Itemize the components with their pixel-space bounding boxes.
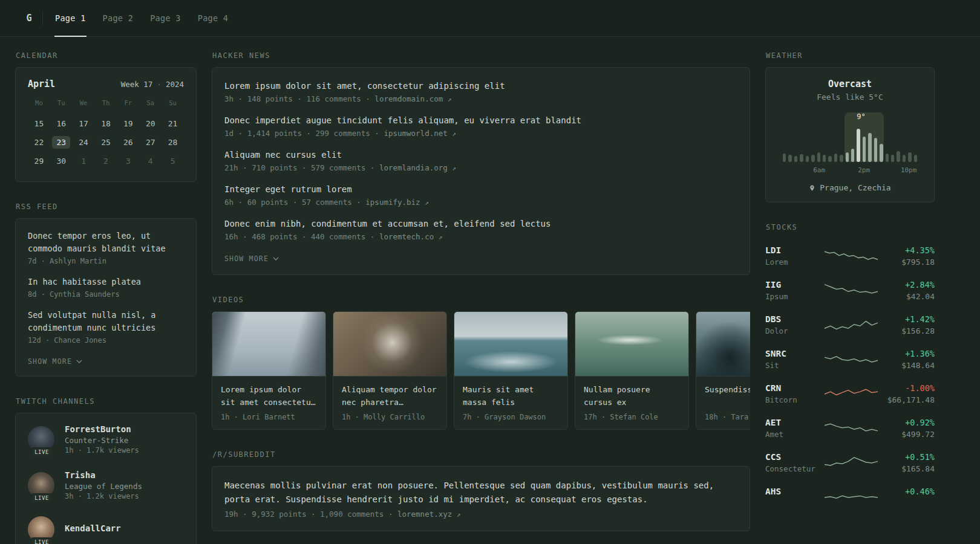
calendar-day: 25 (95, 133, 117, 152)
stock-change: +1.42% (879, 314, 935, 324)
channel-name[interactable]: ForrestBurton (65, 424, 139, 434)
weather-time-labels: 6am2pm10pm (783, 166, 917, 175)
video-card: Mauris sit amet massa felis 7h · Grayson… (454, 311, 568, 430)
stock-list: LDI Lorem +4.35% $795.18 IIG Ipsum (765, 239, 935, 514)
reddit-post-domain-link[interactable]: loremnet.xyz ↗ (397, 510, 460, 519)
channel-info: Trisha League of Legends 3h · 1.2k viewe… (65, 470, 142, 500)
stock-name: Consectetur (765, 464, 823, 473)
stock-row[interactable]: SNRC Sit +1.36% $148.64 (765, 342, 935, 377)
video-thumbnail[interactable] (575, 312, 688, 377)
video-thumbnail[interactable] (333, 312, 446, 377)
weather-bar (800, 154, 803, 162)
channel-name[interactable]: KendallCarr (65, 523, 121, 533)
hn-story-domain-link[interactable]: ipsumify.biz ↗ (365, 198, 428, 207)
rss-item-title[interactable]: Sed volutpat nulla nisl, a condimentum n… (28, 309, 184, 334)
stock-row[interactable]: AET Amet +0.92% $499.72 (765, 411, 935, 445)
channel-info: ForrestBurton Counter-Strike 1h · 1.7k v… (65, 424, 139, 455)
stock-id: DBS Dolor (765, 314, 823, 335)
calendar-day: 5 (162, 152, 184, 170)
video-meta: 18h · Tara (705, 413, 750, 421)
hn-story-domain-link[interactable]: loremtech.co ↗ (379, 232, 442, 241)
weather-bar (880, 144, 883, 162)
stock-sparkline (823, 351, 879, 369)
tab-page-1[interactable]: Page 1 (47, 0, 94, 36)
stock-sparkline (823, 247, 879, 265)
stock-values: +0.92% $499.72 (879, 418, 935, 439)
video-card: Suspendisse diam 18h · Tara (696, 311, 750, 430)
channel-name[interactable]: Trisha (65, 470, 142, 480)
video-title[interactable]: Lorem ipsum dolor sit amet consectetu… (221, 384, 317, 409)
stock-sparkline (823, 316, 879, 334)
header-divider (42, 11, 43, 25)
rss-show-more-button[interactable]: SHOW MORE (28, 357, 82, 366)
stock-row[interactable]: AHS +0.46% (765, 480, 935, 514)
video-thumbnail[interactable] (212, 312, 325, 377)
calendar-day: 3 (117, 152, 139, 170)
stock-values: +1.36% $148.64 (879, 349, 935, 370)
stock-price (879, 499, 935, 508)
video-title[interactable]: Aliquam tempor dolor nec pharetra… (342, 384, 438, 409)
weather-bar (823, 155, 826, 162)
tab-page-3[interactable]: Page 3 (142, 0, 189, 36)
hn-story-title[interactable]: Lorem ipsum dolor sit amet, consectetur … (224, 80, 737, 92)
hn-story: Integer eget rutrum lorem 6h · 60 points… (224, 183, 737, 207)
weather-bar (908, 152, 911, 162)
avatar-wrap: LIVE (28, 472, 56, 499)
calendar-day: 19 (117, 114, 139, 133)
stock-row[interactable]: IIG Ipsum +2.84% $42.04 (765, 273, 935, 308)
video-row: Lorem ipsum dolor sit amet consectetu… 1… (212, 311, 750, 430)
weather-time-label: 2pm (858, 166, 870, 174)
stock-change: +1.36% (879, 349, 935, 358)
stock-row[interactable]: CRN Bitcorn -1.00% $66,171.48 (765, 377, 935, 411)
video-thumbnail[interactable] (454, 312, 567, 377)
top-navigation: G Page 1 Page 2 Page 3 Page 4 (0, 0, 980, 37)
hn-story-title[interactable]: Donec imperdiet augue tincidunt felis al… (224, 114, 737, 127)
stock-id: AET Amet (765, 418, 823, 439)
weather-chart: 9° (783, 112, 917, 162)
stock-row[interactable]: LDI Lorem +4.35% $795.18 (765, 239, 935, 273)
hn-story-title[interactable]: Integer eget rutrum lorem (224, 183, 737, 196)
video-thumbnail[interactable] (696, 312, 750, 377)
weather-bar (903, 155, 906, 162)
reddit-post-title[interactable]: Maecenas mollis pulvinar erat non posuer… (224, 479, 737, 507)
video-title[interactable]: Nullam posuere cursus ex (584, 384, 680, 409)
video-body: Nullam posuere cursus ex 17h · Stefan Co… (575, 377, 688, 429)
rss-widget: RSS FEED Donec tempor eros leo, ut commo… (15, 202, 197, 377)
hn-story: Aliquam nec cursus elit 21h · 710 points… (224, 149, 737, 172)
video-title[interactable]: Suspendisse diam (705, 384, 750, 409)
video-title[interactable]: Mauris sit amet massa felis (463, 384, 559, 409)
weather-location-text: Prague, Czechia (820, 183, 890, 192)
live-badge: LIVE (31, 447, 53, 457)
hn-story-title[interactable]: Aliquam nec cursus elit (224, 149, 737, 161)
hn-story-domain-link[interactable]: loremdomain.com ↗ (374, 94, 451, 103)
tab-page-4[interactable]: Page 4 (189, 0, 237, 36)
hn-story-title[interactable]: Donec enim nibh, condimentum et accumsan… (224, 218, 737, 230)
rss-item-meta: 12d · Chance Jones (28, 336, 184, 345)
stock-change: +4.35% (879, 245, 935, 255)
hn-story-domain-link[interactable]: ipsumworld.net ↗ (384, 129, 456, 138)
reddit-post-meta: 19h · 9,932 points · 1,090 comments · lo… (224, 510, 737, 519)
weather-bar (868, 133, 871, 162)
stock-values: +1.42% $156.28 (879, 314, 935, 335)
stock-row[interactable]: CCS Consectetur +0.51% $165.84 (765, 445, 935, 480)
rss-item-title[interactable]: Donec tempor eros leo, ut commodo mauris… (28, 230, 184, 255)
rss-item-title[interactable]: In hac habitasse platea (28, 276, 184, 288)
show-more-label: SHOW MORE (224, 254, 269, 263)
calendar-day: 30 (50, 152, 73, 170)
weather-condition: Overcast (778, 79, 922, 89)
reddit-post-stats: 19h · 9,932 points · 1,090 comments · (224, 510, 393, 519)
tab-page-2[interactable]: Page 2 (94, 0, 142, 36)
calendar-day-headers: MoTuWeThFrSaSu (28, 99, 184, 114)
weather-bar (863, 137, 866, 162)
right-column: WEATHER Overcast Feels like 5°C 9° 6am2p… (765, 51, 935, 535)
dashboard-body: CALENDAR April Week 17 · 2024 MoTuWeThFr… (0, 37, 980, 544)
hn-story-domain-link[interactable]: loremlandia.org ↗ (379, 163, 456, 172)
weather-time-label: 10pm (901, 166, 917, 174)
stock-sparkline (823, 419, 879, 438)
stock-symbol: CRN (765, 383, 823, 393)
stock-symbol: SNRC (765, 349, 823, 358)
video-card: Lorem ipsum dolor sit amet consectetu… 1… (212, 311, 326, 430)
video-meta: 1h · Molly Carrillo (342, 413, 438, 421)
hn-show-more-button[interactable]: SHOW MORE (224, 254, 279, 263)
stock-row[interactable]: DBS Dolor +1.42% $156.28 (765, 308, 935, 342)
